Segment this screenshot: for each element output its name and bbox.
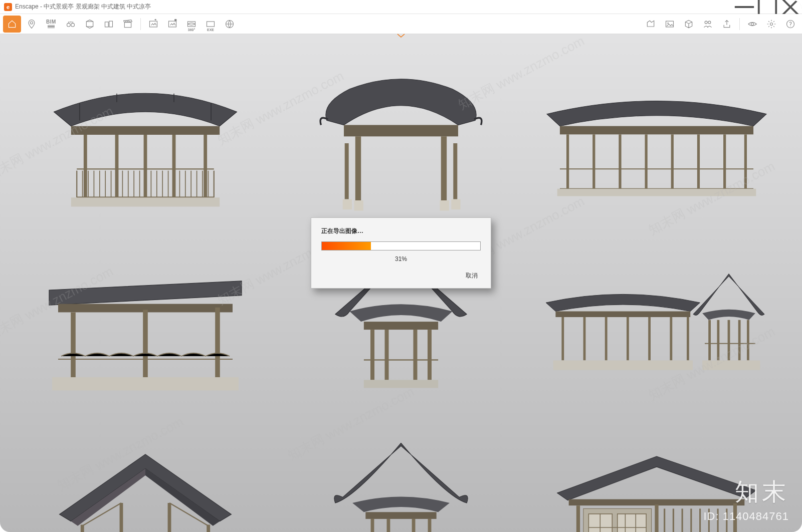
svg-rect-96 bbox=[553, 360, 693, 370]
pavilion-model bbox=[25, 49, 266, 217]
svg-rect-58 bbox=[343, 199, 352, 210]
help-button[interactable] bbox=[782, 16, 799, 32]
svg-point-16 bbox=[708, 21, 711, 24]
progress-percent-label: 31% bbox=[321, 255, 481, 262]
web-export-button[interactable] bbox=[221, 16, 238, 32]
watermark-brand: 知末 bbox=[735, 476, 789, 508]
svg-rect-11 bbox=[207, 22, 215, 27]
batch-export-button[interactable] bbox=[164, 16, 181, 32]
svg-rect-0 bbox=[759, 0, 776, 16]
maximize-button[interactable] bbox=[756, 0, 779, 14]
binoculars-button[interactable] bbox=[62, 16, 79, 32]
app-name: Enscape bbox=[15, 3, 39, 10]
perspective-view-button[interactable] bbox=[81, 16, 98, 32]
svg-rect-127 bbox=[618, 514, 646, 532]
asset-library-button[interactable] bbox=[661, 16, 678, 32]
svg-rect-9 bbox=[174, 19, 176, 21]
bim-menu-button[interactable]: BIM bbox=[42, 16, 60, 32]
svg-rect-5 bbox=[109, 21, 113, 27]
watermark-id: ID: 1140484761 bbox=[703, 510, 789, 523]
svg-rect-52 bbox=[71, 197, 220, 206]
svg-point-14 bbox=[667, 23, 669, 24]
svg-rect-8 bbox=[169, 21, 176, 27]
svg-rect-59 bbox=[354, 200, 363, 211]
visual-settings-button[interactable] bbox=[744, 16, 761, 32]
pavilion-model bbox=[281, 49, 521, 217]
svg-rect-86 bbox=[364, 380, 438, 388]
collaborate-button[interactable] bbox=[699, 16, 716, 32]
material-cube-button[interactable] bbox=[680, 16, 697, 32]
site-context-button[interactable] bbox=[642, 16, 659, 32]
settings-gear-button[interactable] bbox=[763, 16, 780, 32]
exe-export-button[interactable]: EXE bbox=[202, 16, 219, 32]
svg-rect-7 bbox=[150, 21, 157, 27]
svg-rect-53 bbox=[344, 125, 458, 136]
svg-rect-79 bbox=[52, 377, 239, 390]
render-viewport[interactable]: 知末网 www.znzmo.com 知末网 www.znzmo.com 知末网 … bbox=[0, 34, 802, 532]
svg-rect-114 bbox=[365, 512, 436, 519]
svg-point-2 bbox=[71, 23, 75, 27]
pavilion-model bbox=[536, 222, 777, 403]
svg-rect-81 bbox=[364, 322, 438, 330]
upload-button[interactable] bbox=[718, 16, 735, 32]
minimize-button[interactable] bbox=[733, 0, 756, 14]
svg-rect-6 bbox=[124, 22, 131, 27]
window-title: Enscape - 中式景观亭 景观廊架 中式建筑 中式凉亭 bbox=[15, 3, 151, 11]
svg-rect-73 bbox=[557, 189, 756, 196]
application-window: e Enscape - 中式景观亭 景观廊架 中式建筑 中式凉亭 bbox=[0, 0, 802, 532]
dialog-title: 正在导出图像… bbox=[321, 227, 481, 235]
progress-fill bbox=[322, 242, 371, 250]
window-controls bbox=[733, 0, 802, 14]
export-progress-dialog: 正在导出图像… 31% 取消 bbox=[311, 217, 491, 289]
title-bar[interactable]: e Enscape - 中式景观亭 景观廊架 中式建筑 中式凉亭 bbox=[0, 0, 802, 14]
svg-rect-88 bbox=[555, 311, 690, 317]
svg-rect-3 bbox=[86, 22, 93, 27]
screenshot-export-button[interactable] bbox=[145, 16, 162, 32]
svg-point-1 bbox=[67, 23, 71, 27]
close-button[interactable] bbox=[779, 0, 802, 14]
svg-rect-10 bbox=[188, 22, 195, 27]
pavilion-model bbox=[536, 49, 777, 217]
svg-point-17 bbox=[751, 23, 754, 25]
location-pin-button[interactable] bbox=[23, 16, 40, 32]
document-title: 中式景观亭 景观廊架 中式建筑 中式凉亭 bbox=[44, 3, 151, 10]
svg-rect-62 bbox=[560, 126, 753, 134]
home-button[interactable] bbox=[3, 16, 21, 33]
svg-rect-60 bbox=[440, 200, 449, 211]
pavilion-model bbox=[25, 222, 266, 403]
two-point-view-button[interactable] bbox=[100, 16, 117, 32]
svg-rect-102 bbox=[702, 360, 760, 370]
svg-point-15 bbox=[705, 21, 707, 24]
panorama-360-button[interactable]: 360° bbox=[183, 16, 200, 32]
pavilion-model bbox=[281, 408, 521, 532]
toolbar: BIM bbox=[0, 14, 802, 34]
svg-point-18 bbox=[770, 23, 773, 25]
svg-rect-4 bbox=[105, 22, 109, 27]
svg-rect-61 bbox=[451, 199, 460, 210]
cancel-button[interactable]: 取消 bbox=[463, 270, 481, 282]
enscape-logo-icon: e bbox=[4, 3, 12, 11]
clapperboard-button[interactable] bbox=[119, 16, 136, 32]
reveal-panel-chevron-icon[interactable] bbox=[394, 33, 408, 38]
progress-bar bbox=[321, 241, 481, 250]
pavilion-model bbox=[25, 408, 266, 532]
